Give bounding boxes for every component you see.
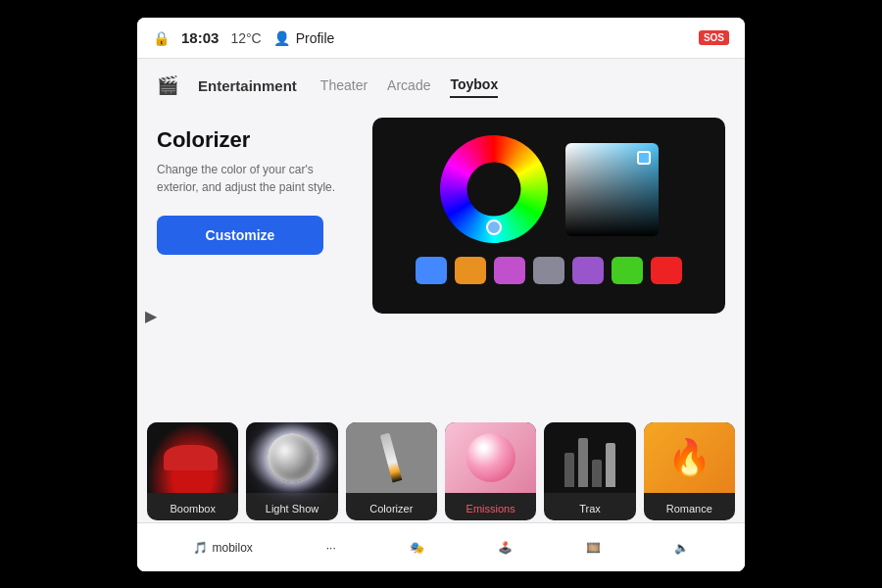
boombox-label: Boombox — [147, 503, 238, 514]
lock-icon: 🔒 — [153, 30, 170, 46]
status-time: 18:03 — [181, 29, 219, 46]
more-dots-icon: ··· — [326, 541, 336, 555]
swatches-row — [416, 257, 682, 284]
eq-bars — [564, 438, 615, 487]
mobilox-icon: 🎵 — [193, 541, 208, 555]
color-picker-display — [372, 118, 725, 314]
nav-main-label[interactable]: Entertainment — [198, 77, 297, 94]
tab-arcade[interactable]: Arcade — [387, 74, 430, 97]
app-tray: Boombox Light Show Colorizer — [137, 413, 745, 520]
eq-bar-4 — [606, 443, 615, 487]
app-card-romance[interactable]: 🔥 Romance — [644, 422, 735, 520]
gradient-cursor — [637, 151, 651, 165]
app-card-lightshow[interactable]: Light Show — [246, 422, 337, 520]
tab-theater[interactable]: Theater — [320, 74, 368, 97]
disco-ball — [268, 433, 317, 482]
sos-badge[interactable]: SOS — [699, 30, 729, 45]
volume-icon: 🔈 — [674, 541, 689, 555]
lightshow-label: Light Show — [246, 503, 337, 514]
colorizer-description: Change the color of your car's exterior,… — [157, 161, 343, 196]
colorizer-title: Colorizer — [157, 127, 343, 153]
app-card-colorizer[interactable]: Colorizer — [346, 422, 437, 520]
person-icon: 👤 — [273, 30, 290, 46]
swatch-purple[interactable] — [494, 257, 525, 284]
pink-ball — [466, 433, 515, 482]
boombox-bg — [147, 422, 238, 493]
entertainment-icon: 🎬 — [157, 74, 178, 96]
color-wheel — [440, 135, 548, 243]
status-bar: 🔒 18:03 12°C 👤 Profile SOS — [137, 18, 745, 59]
emissions-label: Emissions — [445, 503, 536, 514]
bottom-nav-more[interactable]: ··· — [326, 541, 336, 555]
main-content: 🎬 Entertainment Theater Arcade Toybox Co… — [137, 59, 745, 571]
status-temp: 12°C — [230, 30, 261, 46]
bottom-nav-apps[interactable]: 🎭 — [410, 541, 424, 555]
color-wheel-inner — [466, 163, 520, 217]
swatch-violet[interactable] — [572, 257, 604, 284]
nav-tabs: 🎬 Entertainment Theater Arcade Toybox — [137, 59, 745, 108]
swatch-blue[interactable] — [416, 257, 447, 284]
bottom-nav-mobilox[interactable]: 🎵 mobilox — [193, 541, 252, 555]
eq-bar-3 — [592, 460, 602, 487]
trax-bg — [544, 422, 635, 493]
swatch-orange[interactable] — [455, 257, 486, 284]
app-card-trax[interactable]: Trax — [544, 422, 635, 520]
flame-emoji: 🔥 — [667, 437, 711, 478]
bottom-bar: 🎵 mobilox ··· 🎭 🕹️ 🎞️ 🔈 — [137, 522, 745, 571]
car-base — [164, 459, 218, 470]
mobilox-label: mobilox — [212, 541, 252, 555]
color-gradient-square[interactable] — [565, 143, 659, 236]
emissions-bg — [445, 422, 536, 493]
status-right: SOS — [699, 30, 729, 45]
app-card-emissions[interactable]: Emissions — [445, 422, 536, 520]
app-card-boombox[interactable]: Boombox — [147, 422, 238, 520]
media-icon: 🎞️ — [586, 541, 601, 555]
status-left: 🔒 18:03 12°C 👤 Profile — [153, 29, 683, 46]
pencil-icon — [380, 433, 403, 483]
colorizer-section: Colorizer Change the color of your car's… — [137, 108, 745, 323]
main-screen: 🔒 18:03 12°C 👤 Profile SOS 🎬 Entertainme… — [137, 18, 745, 571]
colorizer-card-label: Colorizer — [346, 503, 437, 514]
eq-bar-1 — [564, 453, 574, 487]
bottom-nav-volume[interactable]: 🔈 — [674, 541, 689, 555]
apps-icon: 🎭 — [410, 541, 424, 555]
swatch-gray[interactable] — [533, 257, 564, 284]
romance-bg: 🔥 — [644, 422, 735, 493]
picker-row — [390, 135, 708, 243]
romance-label: Romance — [644, 503, 735, 514]
color-wheel-container[interactable] — [440, 135, 548, 243]
bottom-nav-media[interactable]: 🎞️ — [586, 541, 601, 555]
profile-label[interactable]: 👤 Profile — [273, 30, 335, 46]
trax-label: Trax — [544, 503, 635, 514]
games-icon: 🕹️ — [498, 541, 513, 555]
colorizer-card-bg — [346, 422, 437, 493]
play-button[interactable]: ▶ — [145, 306, 157, 324]
colorizer-info: Colorizer Change the color of your car's… — [157, 118, 343, 255]
swatch-green[interactable] — [612, 257, 643, 284]
eq-bar-2 — [578, 438, 588, 487]
car-shape — [164, 440, 222, 475]
color-wheel-cursor — [486, 220, 502, 235]
customize-button[interactable]: Customize — [157, 216, 323, 255]
swatch-red[interactable] — [651, 257, 682, 284]
tab-toybox[interactable]: Toybox — [450, 73, 498, 98]
bottom-nav-games[interactable]: 🕹️ — [498, 541, 513, 555]
lightshow-bg — [246, 422, 337, 493]
